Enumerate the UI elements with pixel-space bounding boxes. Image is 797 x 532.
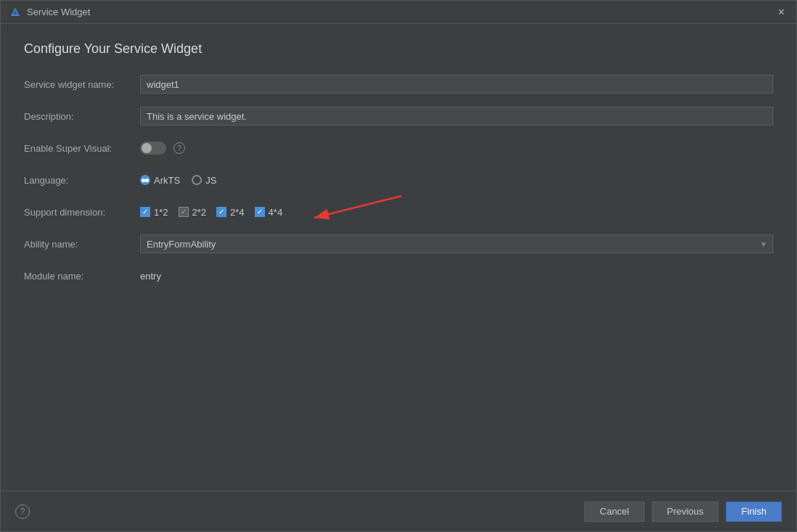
page-title: Configure Your Service Widget — [24, 41, 773, 57]
checkbox-2x4-label: 2*4 — [230, 207, 245, 218]
checkbox-4x4-label: 4*4 — [269, 207, 283, 218]
super-visual-help-icon[interactable]: ? — [173, 142, 185, 154]
svg-line-1 — [314, 196, 401, 218]
radio-arkts-label: ArkTS — [154, 175, 180, 186]
module-name-row: Module name: entry — [24, 266, 773, 286]
radio-js-circle[interactable] — [192, 175, 202, 185]
title-bar: Service Widget × — [1, 1, 796, 24]
language-row: Language: ArkTS JS — [24, 170, 773, 190]
window-title: Service Widget — [27, 7, 90, 17]
dialog-content: Configure Your Service Widget Service wi… — [1, 24, 796, 491]
checkbox-4x4[interactable]: ✓ 4*4 — [255, 207, 283, 218]
service-widget-name-row: Service widget name: — [24, 74, 773, 94]
close-button[interactable]: × — [775, 5, 788, 20]
description-row: Description: — [24, 106, 773, 126]
radio-arkts-circle[interactable] — [140, 175, 150, 185]
super-visual-toggle[interactable] — [140, 142, 166, 155]
description-input[interactable] — [140, 107, 773, 126]
description-label: Description: — [24, 111, 140, 122]
finish-button[interactable]: Finish — [726, 502, 782, 522]
checkbox-1x2-check: ✓ — [142, 208, 148, 216]
app-logo-icon — [9, 7, 21, 18]
checkbox-1x2-box[interactable]: ✓ — [140, 207, 150, 217]
checkbox-4x4-check: ✓ — [257, 208, 263, 216]
checkbox-4x4-box[interactable]: ✓ — [255, 207, 265, 217]
language-radio-group: ArkTS JS — [140, 175, 216, 186]
ability-name-select-container: EntryFormAbility ▼ — [140, 234, 773, 253]
toggle-track[interactable] — [140, 142, 166, 155]
checkbox-2x4-box[interactable]: ✓ — [216, 207, 226, 217]
checkbox-2x2-label: 2*2 — [192, 207, 207, 218]
radio-js-label: JS — [205, 175, 216, 186]
title-bar-left: Service Widget — [9, 7, 90, 18]
language-label: Language: — [24, 175, 140, 186]
ability-name-select[interactable]: EntryFormAbility — [140, 234, 773, 253]
red-arrow-annotation — [271, 189, 416, 232]
checkbox-1x2-label: 1*2 — [154, 207, 168, 218]
enable-super-visual-row: Enable Super Visual: ? — [24, 138, 773, 158]
service-widget-name-label: Service widget name: — [24, 79, 140, 90]
support-dimension-label: Support dimension: — [24, 207, 140, 218]
ability-name-label: Ability name: — [24, 239, 140, 250]
dialog-window: Service Widget × Configure Your Service … — [0, 0, 797, 532]
checkbox-2x4-check: ✓ — [218, 208, 224, 216]
service-widget-name-input[interactable] — [140, 75, 773, 94]
ability-name-row: Ability name: EntryFormAbility ▼ — [24, 234, 773, 254]
module-name-label: Module name: — [24, 271, 140, 282]
checkbox-2x2[interactable]: ✓ 2*2 — [179, 207, 207, 218]
checkbox-1x2[interactable]: ✓ 1*2 — [140, 207, 168, 218]
checkbox-2x2-check: ✓ — [181, 208, 187, 216]
checkbox-2x2-box[interactable]: ✓ — [179, 207, 189, 217]
bottom-buttons: Cancel Previous Finish — [584, 502, 782, 522]
module-name-value: entry — [140, 271, 161, 282]
bottom-bar: ? Cancel Previous Finish — [1, 491, 796, 531]
bottom-help-icon[interactable]: ? — [15, 504, 30, 519]
support-dimension-row: Support dimension: ✓ 1*2 ✓ 2*2 — [24, 202, 773, 222]
checkbox-2x4[interactable]: ✓ 2*4 — [216, 207, 245, 218]
dimension-checkbox-group: ✓ 1*2 ✓ 2*2 ✓ 2*4 — [140, 207, 282, 218]
cancel-button[interactable]: Cancel — [584, 502, 644, 522]
toggle-container: ? — [140, 142, 185, 155]
previous-button[interactable]: Previous — [652, 502, 719, 522]
radio-arkts[interactable]: ArkTS — [140, 175, 180, 186]
radio-js[interactable]: JS — [192, 175, 216, 186]
enable-super-visual-label: Enable Super Visual: — [24, 143, 140, 154]
